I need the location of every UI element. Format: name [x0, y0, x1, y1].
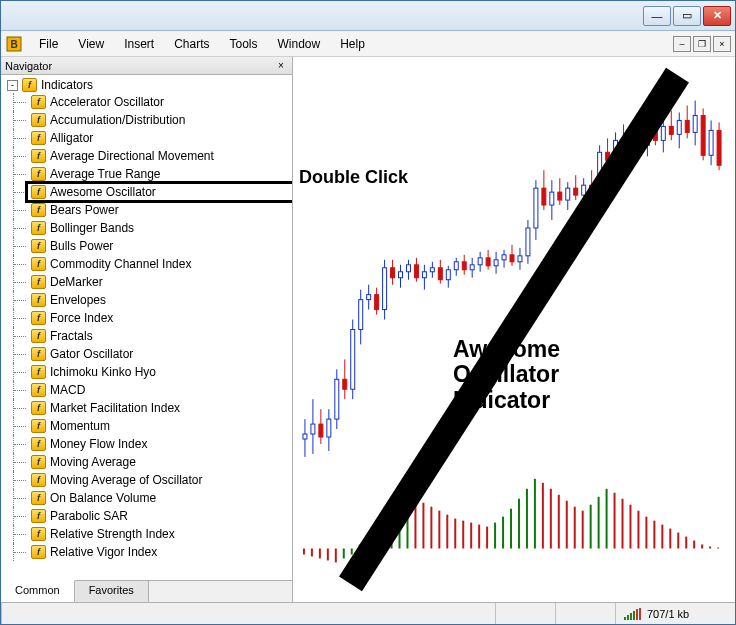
chart-area[interactable]: Double Click Awesome Oscillator Indicato…: [293, 57, 735, 602]
indicator-item[interactable]: fForce Index: [1, 309, 292, 327]
indicator-item[interactable]: fBears Power: [1, 201, 292, 219]
menu-charts[interactable]: Charts: [164, 33, 219, 55]
indicator-label: Average Directional Movement: [50, 149, 214, 163]
indicator-item[interactable]: fBulls Power: [1, 237, 292, 255]
tree-toggle-icon[interactable]: -: [7, 80, 18, 91]
tab-favorites[interactable]: Favorites: [75, 581, 149, 602]
indicator-icon: f: [31, 329, 46, 343]
indicator-item[interactable]: fMACD: [1, 381, 292, 399]
indicator-item[interactable]: fMoney Flow Index: [1, 435, 292, 453]
statusbar-connection: 707/1 kb: [615, 603, 735, 624]
statusbar-seg-1: [495, 603, 555, 624]
statusbar-left: [1, 603, 495, 624]
indicator-item[interactable]: fAlligator: [1, 129, 292, 147]
indicator-item[interactable]: fAverage Directional Movement: [1, 147, 292, 165]
indicator-icon: f: [31, 473, 46, 487]
indicator-item[interactable]: fMoving Average: [1, 453, 292, 471]
menu-file[interactable]: File: [29, 33, 68, 55]
indicator-item[interactable]: fMarket Facilitation Index: [1, 399, 292, 417]
indicator-item[interactable]: fRelative Strength Index: [1, 525, 292, 543]
navigator-close-button[interactable]: ×: [274, 59, 288, 73]
indicator-label: Moving Average of Oscillator: [50, 473, 203, 487]
indicator-label: Accelerator Oscillator: [50, 95, 164, 109]
indicator-icon: f: [31, 293, 46, 307]
indicator-icon: f: [31, 239, 46, 253]
window-maximize-button[interactable]: ▭: [673, 6, 701, 26]
indicator-label: DeMarker: [50, 275, 103, 289]
indicator-item[interactable]: fOn Balance Volume: [1, 489, 292, 507]
indicator-item[interactable]: fFractals: [1, 327, 292, 345]
navigator-panel: Navigator × - f Indicators fAccelerator …: [1, 57, 293, 602]
navigator-tree[interactable]: - f Indicators fAccelerator OscillatorfA…: [1, 75, 292, 580]
indicator-label: Bollinger Bands: [50, 221, 134, 235]
annotation-pointer-line: [293, 57, 735, 602]
indicator-icon: f: [31, 149, 46, 163]
menubar: B FileViewInsertChartsToolsWindowHelp – …: [1, 31, 735, 57]
titlebar: — ▭ ✕: [1, 1, 735, 31]
indicator-label: Average True Range: [50, 167, 161, 181]
mdi-minimize-button[interactable]: –: [673, 36, 691, 52]
indicator-icon: f: [31, 383, 46, 397]
indicator-icon: f: [31, 167, 46, 181]
indicator-icon: f: [31, 347, 46, 361]
window-minimize-button[interactable]: —: [643, 6, 671, 26]
mdi-close-button[interactable]: ×: [713, 36, 731, 52]
indicator-label: Bulls Power: [50, 239, 113, 253]
connection-text: 707/1 kb: [647, 608, 689, 620]
indicator-label: Bears Power: [50, 203, 119, 217]
app-window: — ▭ ✕ B FileViewInsertChartsToolsWindowH…: [0, 0, 736, 625]
indicator-folder-icon: f: [22, 78, 37, 92]
indicator-icon: f: [31, 95, 46, 109]
indicator-label: MACD: [50, 383, 85, 397]
navigator-header: Navigator ×: [1, 57, 292, 75]
indicator-icon: f: [31, 455, 46, 469]
menu-help[interactable]: Help: [330, 33, 375, 55]
mdi-restore-button[interactable]: ❐: [693, 36, 711, 52]
navigator-title: Navigator: [5, 60, 274, 72]
indicator-label: Momentum: [50, 419, 110, 433]
indicator-icon: f: [31, 311, 46, 325]
menu-insert[interactable]: Insert: [114, 33, 164, 55]
indicator-item[interactable]: fRelative Vigor Index: [1, 543, 292, 561]
tree-root-label: Indicators: [41, 78, 93, 92]
indicator-label: Commodity Channel Index: [50, 257, 191, 271]
indicator-label: Parabolic SAR: [50, 509, 128, 523]
indicator-item[interactable]: fAverage True Range: [1, 165, 292, 183]
indicator-item[interactable]: fBollinger Bands: [1, 219, 292, 237]
tree-root-indicators[interactable]: - f Indicators: [1, 77, 292, 93]
indicator-icon: f: [31, 491, 46, 505]
content-area: Navigator × - f Indicators fAccelerator …: [1, 57, 735, 602]
tab-common[interactable]: Common: [1, 580, 75, 602]
indicator-label: Moving Average: [50, 455, 136, 469]
indicator-item[interactable]: fMomentum: [1, 417, 292, 435]
connection-bars-icon: [624, 608, 641, 620]
indicator-icon: f: [31, 365, 46, 379]
indicator-item[interactable]: fIchimoku Kinko Hyo: [1, 363, 292, 381]
indicator-label: Awesome Oscillator: [50, 185, 156, 199]
indicator-item[interactable]: fAwesome Oscillator: [1, 183, 292, 201]
indicator-item[interactable]: fGator Oscillator: [1, 345, 292, 363]
indicator-icon: f: [31, 203, 46, 217]
menu-view[interactable]: View: [68, 33, 114, 55]
indicator-label: Relative Vigor Index: [50, 545, 157, 559]
indicator-item[interactable]: fAccelerator Oscillator: [1, 93, 292, 111]
indicator-icon: f: [31, 113, 46, 127]
indicator-label: Alligator: [50, 131, 93, 145]
indicator-item[interactable]: fEnvelopes: [1, 291, 292, 309]
indicator-label: Money Flow Index: [50, 437, 147, 451]
menu-window[interactable]: Window: [268, 33, 331, 55]
svg-text:B: B: [10, 39, 17, 50]
svg-line-161: [351, 75, 678, 584]
indicator-icon: f: [31, 437, 46, 451]
indicator-item[interactable]: fDeMarker: [1, 273, 292, 291]
window-close-button[interactable]: ✕: [703, 6, 731, 26]
indicator-item[interactable]: fCommodity Channel Index: [1, 255, 292, 273]
indicator-item[interactable]: fMoving Average of Oscillator: [1, 471, 292, 489]
menu-tools[interactable]: Tools: [220, 33, 268, 55]
app-icon: B: [5, 35, 23, 53]
indicator-icon: f: [31, 275, 46, 289]
indicator-item[interactable]: fParabolic SAR: [1, 507, 292, 525]
indicator-label: Ichimoku Kinko Hyo: [50, 365, 156, 379]
indicator-label: Market Facilitation Index: [50, 401, 180, 415]
indicator-item[interactable]: fAccumulation/Distribution: [1, 111, 292, 129]
